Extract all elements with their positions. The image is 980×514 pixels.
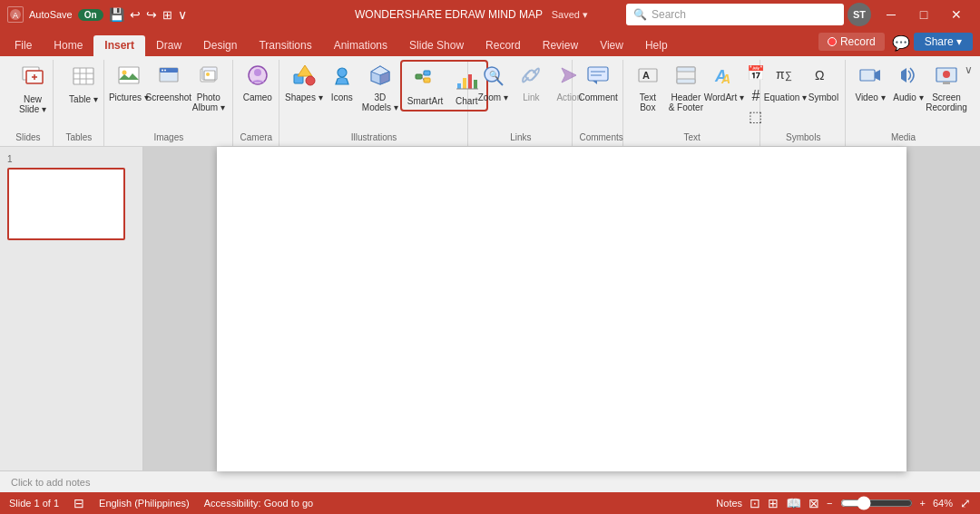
pictures-button[interactable]: Pictures ▾ — [111, 60, 147, 104]
text-group-label: Text — [630, 131, 755, 142]
tables-group-label: Tables — [60, 131, 98, 142]
shapes-button[interactable]: Shapes ▾ — [286, 60, 322, 104]
tab-design[interactable]: Design — [192, 35, 248, 56]
svg-rect-11 — [119, 67, 139, 83]
ribbon-group-images: Pictures ▾ Screenshot PhotoAlbum ▾ Image… — [105, 60, 233, 146]
minimize-button[interactable]: ─ — [875, 2, 907, 27]
notes-button[interactable]: Notes — [716, 498, 742, 509]
new-slide-button[interactable]: NewSlide ▾ — [9, 60, 56, 116]
cameo-label: Cameo — [243, 92, 272, 102]
slide-view-icon[interactable]: ⊟ — [74, 496, 84, 510]
share-button[interactable]: Share ▾ — [914, 33, 973, 51]
camera-group-label: Camera — [240, 131, 273, 142]
screen-recording-button[interactable]: ScreenRecording — [928, 60, 965, 114]
svg-line-41 — [497, 80, 503, 85]
symbol-button[interactable]: Ω Symbol — [805, 60, 841, 104]
ribbon-expand-button[interactable]: ∨ — [961, 63, 976, 76]
zoom-out-icon[interactable]: − — [827, 498, 832, 509]
icons-button[interactable]: Icons — [324, 60, 360, 104]
tab-review[interactable]: Review — [532, 35, 589, 56]
svg-text:🔍: 🔍 — [489, 70, 500, 81]
equation-button[interactable]: π∑ Equation ▾ — [767, 60, 803, 104]
autosave-toggle[interactable]: On — [78, 9, 103, 21]
more-icon[interactable]: ∨ — [178, 7, 187, 22]
smartart-button[interactable]: SmartArt — [404, 63, 446, 108]
tab-draw[interactable]: Draw — [145, 35, 192, 56]
svg-rect-31 — [424, 71, 430, 75]
header-footer-button[interactable]: Header& Footer — [668, 60, 704, 114]
link-icon — [519, 63, 543, 91]
save-icon[interactable]: 💾 — [109, 7, 124, 22]
wordart-icon: AA — [712, 63, 736, 91]
zoom-button[interactable]: 🔍 Zoom ▾ — [475, 60, 511, 104]
tab-view[interactable]: View — [589, 35, 634, 56]
tab-record[interactable]: Record — [475, 35, 532, 56]
redo-icon[interactable]: ↪ — [146, 7, 157, 22]
slide-sorter-icon[interactable]: ⊞ — [768, 496, 779, 510]
svg-rect-30 — [416, 74, 422, 79]
audio-button[interactable]: Audio ▾ — [890, 60, 926, 104]
screen-recording-icon — [935, 63, 958, 91]
normal-view-icon[interactable]: ⊡ — [750, 496, 760, 510]
svg-text:π: π — [776, 67, 785, 82]
comments-icon[interactable]: 💬 — [892, 34, 910, 52]
table-icon — [71, 63, 96, 92]
tab-insert[interactable]: Insert — [93, 35, 145, 56]
audio-label: Audio ▾ — [893, 92, 923, 102]
new-slide-icon — [20, 63, 45, 92]
undo-icon[interactable]: ↩ — [130, 7, 141, 22]
reading-view-icon[interactable]: 📖 — [786, 496, 801, 510]
notes-area[interactable]: Click to add notes — [0, 470, 980, 492]
table-button[interactable]: Table ▾ — [60, 60, 107, 106]
tab-home[interactable]: Home — [43, 35, 93, 56]
user-avatar[interactable]: ST — [848, 3, 871, 26]
svg-point-26 — [338, 68, 347, 77]
record-button[interactable]: Record — [818, 33, 885, 51]
pictures-label: Pictures ▾ — [109, 92, 149, 102]
presenter-view-icon[interactable]: ⊠ — [808, 496, 819, 510]
screenshot-label: Screenshot — [146, 92, 192, 102]
text-box-icon: A — [636, 63, 660, 91]
canvas-area — [143, 147, 980, 470]
main-area: 1 — [0, 147, 980, 470]
text-box-label: TextBox — [640, 92, 656, 112]
zoom-in-icon[interactable]: + — [920, 498, 926, 509]
svg-point-15 — [162, 70, 163, 72]
tab-file[interactable]: File — [4, 35, 43, 56]
video-button[interactable]: Video ▾ — [852, 60, 888, 104]
search-box[interactable]: 🔍 Search — [626, 4, 844, 25]
header-footer-icon — [674, 63, 698, 91]
tab-transitions[interactable]: Transitions — [248, 35, 322, 56]
ribbon: NewSlide ▾ Slides Table ▾ Tables Picture… — [0, 56, 980, 147]
wordart-button[interactable]: AA WordArt ▾ — [706, 60, 742, 104]
comment-icon — [586, 63, 610, 91]
3d-models-button[interactable]: 3DModels ▾ — [362, 60, 398, 114]
slide-thumbnail[interactable] — [7, 168, 125, 240]
ribbon-group-tables: Table ▾ Tables — [54, 60, 104, 146]
svg-point-25 — [306, 76, 315, 85]
tab-animations[interactable]: Animations — [323, 35, 398, 56]
action-button[interactable]: Action — [551, 60, 587, 104]
slide-number: 1 — [7, 154, 135, 164]
layout-icon[interactable]: ⊞ — [162, 8, 172, 22]
zoom-slider[interactable] — [840, 497, 913, 509]
link-button[interactable]: Link — [513, 60, 549, 104]
svg-text:A: A — [642, 70, 650, 81]
svg-point-22 — [254, 69, 261, 76]
slide-canvas[interactable] — [217, 147, 906, 471]
photo-album-button[interactable]: PhotoAlbum ▾ — [191, 60, 227, 114]
text-box-button[interactable]: A TextBox — [630, 60, 666, 114]
screenshot-button[interactable]: Screenshot — [149, 60, 189, 104]
saved-status: Saved ▾ — [552, 9, 588, 20]
symbol-icon: Ω — [811, 63, 835, 91]
tab-slideshow[interactable]: Slide Show — [398, 35, 475, 56]
tab-help[interactable]: Help — [634, 35, 679, 56]
maximize-button[interactable]: □ — [907, 2, 940, 27]
link-label: Link — [523, 92, 539, 102]
cameo-button[interactable]: Cameo — [240, 60, 276, 104]
ribbon-tabs-bar: File Home Insert Draw Design Transitions… — [0, 29, 980, 56]
shapes-icon — [292, 63, 316, 91]
close-button[interactable]: ✕ — [940, 2, 973, 27]
fit-slide-icon[interactable]: ⤢ — [960, 496, 971, 510]
svg-rect-44 — [588, 67, 608, 81]
